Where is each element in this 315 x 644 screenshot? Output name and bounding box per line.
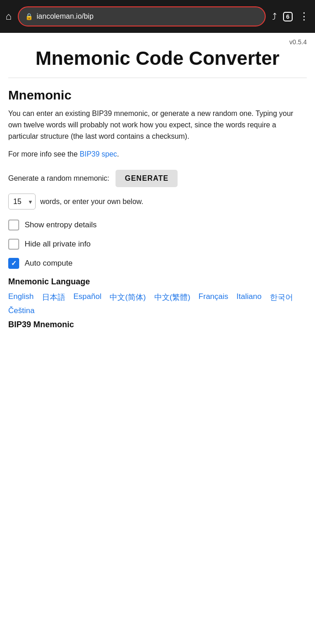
home-icon[interactable]: ⌂ (5, 10, 11, 22)
mnemonic-language-heading: Mnemonic Language (8, 277, 307, 287)
bip39-suffix: . (117, 150, 119, 158)
lang-korean[interactable]: 한국어 (270, 292, 293, 303)
bip39-info-line: For more info see the BIP39 spec. (8, 149, 307, 160)
hide-private-checkbox-row[interactable]: Hide all private info (8, 239, 307, 250)
section-divider (8, 78, 307, 78)
generate-button[interactable]: GENERATE (116, 170, 178, 187)
generate-row: Generate a random mnemonic: GENERATE (8, 170, 307, 187)
lang-spanish[interactable]: Español (74, 292, 101, 303)
share-icon[interactable]: ⤴ (272, 11, 277, 22)
version-text: v0.5.4 (8, 38, 307, 46)
page-content: v0.5.4 Mnemonic Code Converter Mnemonic … (0, 33, 315, 339)
lang-french[interactable]: Français (199, 292, 228, 303)
generate-label: Generate a random mnemonic: (8, 174, 109, 183)
url-text: iancoleman.io/bip (37, 12, 94, 21)
lang-italian[interactable]: Italiano (236, 292, 262, 303)
hide-private-checkbox-label: Hide all private info (25, 240, 91, 249)
words-select-wrapper[interactable]: 3 6 9 12 15 18 21 24 (8, 194, 36, 209)
menu-icon[interactable]: ⋮ (299, 10, 310, 22)
lang-english[interactable]: English (8, 292, 34, 303)
browser-chrome: ⌂ 🔒 iancoleman.io/bip ⤴ 6 ⋮ (0, 0, 315, 33)
entropy-checkbox[interactable] (8, 220, 19, 230)
auto-compute-checkbox-row[interactable]: Auto compute (8, 258, 307, 269)
auto-compute-checkbox-label: Auto compute (25, 259, 73, 268)
language-links-container: English 日本語 Español 中文(简体) 中文(繁體) França… (8, 292, 307, 315)
lang-czech[interactable]: Čeština (8, 306, 35, 315)
mnemonic-description: You can enter an existing BIP39 mnemonic… (8, 108, 307, 142)
lock-icon: 🔒 (25, 13, 33, 20)
lang-japanese[interactable]: 日本語 (42, 292, 65, 303)
entropy-checkbox-row[interactable]: Show entropy details (8, 220, 307, 230)
lang-chinese-traditional[interactable]: 中文(繁體) (154, 292, 190, 303)
lang-chinese-simplified[interactable]: 中文(简体) (110, 292, 146, 303)
url-bar[interactable]: 🔒 iancoleman.io/bip (18, 6, 265, 26)
entropy-checkbox-label: Show entropy details (25, 220, 97, 230)
bip39-prefix: For more info see the (8, 150, 80, 158)
bip39-spec-link[interactable]: BIP39 spec (80, 150, 117, 158)
mnemonic-section-heading: Mnemonic (8, 88, 307, 103)
words-suffix-label: words, or enter your own below. (40, 198, 143, 206)
page-title: Mnemonic Code Converter (8, 47, 307, 69)
words-row: 3 6 9 12 15 18 21 24 words, or enter you… (8, 194, 307, 209)
hide-private-checkbox[interactable] (8, 239, 19, 250)
tabs-count-badge[interactable]: 6 (283, 12, 293, 21)
words-count-select[interactable]: 3 6 9 12 15 18 21 24 (8, 194, 36, 209)
bottom-section-label: BIP39 Mnemonic (8, 320, 307, 330)
auto-compute-checkbox[interactable] (8, 258, 19, 269)
